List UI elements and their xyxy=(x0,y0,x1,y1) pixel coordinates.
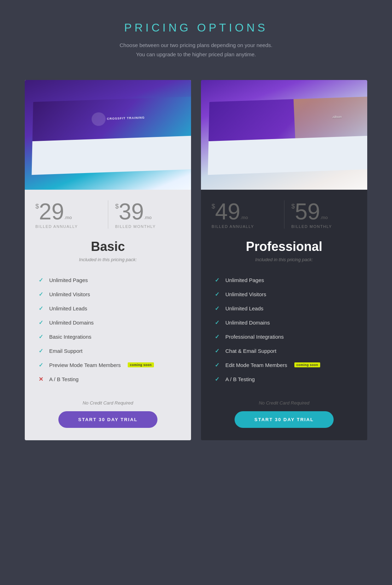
basic-plan-name: Basic xyxy=(35,239,180,254)
check-icon: ✓ xyxy=(37,361,44,368)
basic-no-credit-card: No Credit Card Required xyxy=(35,400,180,406)
basic-plan-includes: Included in this pricing pack: xyxy=(35,257,180,262)
pro-price-monthly: $ 59 .mo BILLED MONTHLY xyxy=(284,200,357,229)
pro-monthly-billing: BILLED MONTHLY xyxy=(292,224,357,229)
check-icon: ✓ xyxy=(37,305,44,312)
basic-annual-period: .mo xyxy=(64,215,72,220)
page-subtitle: Choose between our two pricing plans dep… xyxy=(120,41,272,59)
check-icon: ✓ xyxy=(213,375,220,383)
basic-monthly-currency: $ xyxy=(115,203,119,210)
basic-monthly-price: 39 xyxy=(119,200,144,223)
page-title: PRICING OPTIONS xyxy=(120,21,272,34)
check-icon: ✓ xyxy=(213,305,220,312)
pro-annual-price: 49 xyxy=(215,200,240,223)
basic-trial-button[interactable]: START 30 DAY TRIAL xyxy=(58,411,157,428)
coming-soon-badge: coming soon xyxy=(294,362,321,367)
list-item: ✓ Unlimited Domains xyxy=(213,315,355,329)
coming-soon-badge: coming soon xyxy=(128,362,154,367)
check-icon: ✓ xyxy=(37,333,44,340)
basic-price-annual: $ 29 .mo BILLED ANNUALLY xyxy=(35,200,108,229)
basic-cta-section: No Credit Card Required START 30 DAY TRI… xyxy=(25,393,191,440)
pro-annual-currency: $ xyxy=(212,203,215,210)
check-icon: ✓ xyxy=(213,361,220,368)
page-header: PRICING OPTIONS Choose between our two p… xyxy=(120,21,272,59)
pro-cta-section: No Credit Card Required START 30 DAY TRI… xyxy=(201,393,367,440)
check-icon: ✓ xyxy=(37,347,44,354)
list-item: ✓ Unlimited Visitors xyxy=(213,287,355,301)
pro-trial-button[interactable]: START 30 DAY TRIAL xyxy=(235,411,334,428)
pro-pricing-section: $ 49 .mo BILLED ANNUALLY $ 59 .mo BILLED… xyxy=(201,190,367,236)
list-item: ✓ Professional Integrations xyxy=(213,329,355,344)
list-item: ✓ Preview Mode Team Members coming soon xyxy=(37,358,179,372)
feature-label: Chat & Email Support xyxy=(225,348,276,354)
check-icon: ✓ xyxy=(37,319,44,326)
basic-monthly-period: .mo xyxy=(144,215,152,220)
basic-annual-price: 29 xyxy=(39,200,64,223)
pro-no-credit-card: No Credit Card Required xyxy=(212,400,357,406)
check-icon: ✓ xyxy=(213,333,220,340)
basic-annual-billing: BILLED ANNUALLY xyxy=(35,224,101,229)
feature-label: A / B Testing xyxy=(49,376,79,382)
check-icon: ✓ xyxy=(37,291,44,298)
basic-plan-name-section: Basic Included in this pricing pack: xyxy=(25,236,191,269)
feature-label: Preview Mode Team Members xyxy=(49,362,121,368)
check-icon: ✓ xyxy=(213,276,220,283)
pro-plan-image: Allison xyxy=(201,80,367,190)
pro-price-annual: $ 49 .mo BILLED ANNUALLY xyxy=(212,200,284,229)
pro-annual-period: .mo xyxy=(240,215,248,220)
pro-plan-name-section: Professional Included in this pricing pa… xyxy=(201,236,367,269)
basic-price-monthly: $ 39 .mo BILLED MONTHLY xyxy=(108,200,181,229)
feature-label: Basic Integrations xyxy=(49,334,91,340)
pro-monthly-price: 59 xyxy=(295,200,320,223)
feature-label: Edit Mode Team Members xyxy=(225,362,287,368)
feature-label: Unlimited Pages xyxy=(225,277,264,283)
list-item: ✓ Unlimited Pages xyxy=(213,273,355,287)
feature-label: A / B Testing xyxy=(225,376,255,382)
list-item: ✓ Chat & Email Support xyxy=(213,344,355,358)
list-item: ✓ A / B Testing xyxy=(213,372,355,386)
feature-label: Professional Integrations xyxy=(225,334,284,340)
pricing-cards: CROSSFIT TRAINING $ 29 .mo BILLED ANNUAL… xyxy=(10,80,382,440)
pro-plan-name: Professional xyxy=(212,239,357,254)
pro-monthly-currency: $ xyxy=(292,203,295,210)
feature-label: Unlimited Leads xyxy=(49,305,87,311)
feature-label: Unlimited Visitors xyxy=(225,291,266,297)
pro-annual-billing: BILLED ANNUALLY xyxy=(212,224,277,229)
feature-label: Email Support xyxy=(49,348,82,354)
list-item: ✓ Basic Integrations xyxy=(37,329,179,344)
feature-label: Unlimited Domains xyxy=(49,320,94,326)
check-icon: ✓ xyxy=(213,291,220,298)
basic-annual-currency: $ xyxy=(35,203,39,210)
feature-label: Unlimited Domains xyxy=(225,320,270,326)
list-item: ✓ Edit Mode Team Members coming soon xyxy=(213,358,355,372)
list-item: ✓ Unlimited Leads xyxy=(37,301,179,315)
pro-features-list: ✓ Unlimited Pages ✓ Unlimited Visitors ✓… xyxy=(201,269,367,393)
feature-label: Unlimited Leads xyxy=(225,305,264,311)
list-item: ✓ Email Support xyxy=(37,344,179,358)
check-icon: ✓ xyxy=(213,319,220,326)
list-item: ✓ Unlimited Pages xyxy=(37,273,179,287)
cross-icon: ✕ xyxy=(37,375,44,383)
list-item: ✕ A / B Testing xyxy=(37,372,179,386)
basic-screenshot-bg: CROSSFIT TRAINING xyxy=(25,80,191,190)
basic-features-list: ✓ Unlimited Pages ✓ Unlimited Visitors ✓… xyxy=(25,269,191,393)
pro-monthly-period: .mo xyxy=(320,215,328,220)
basic-plan-image: CROSSFIT TRAINING xyxy=(25,80,191,190)
list-item: ✓ Unlimited Domains xyxy=(37,315,179,329)
check-icon: ✓ xyxy=(37,276,44,283)
basic-pricing-section: $ 29 .mo BILLED ANNUALLY $ 39 .mo BILLED… xyxy=(25,190,191,236)
list-item: ✓ Unlimited Visitors xyxy=(37,287,179,301)
pro-plan-includes: Included in this pricing pack: xyxy=(212,257,357,262)
professional-plan-card: Allison $ 49 .mo BILLED ANNUALLY $ xyxy=(201,80,367,440)
feature-label: Unlimited Visitors xyxy=(49,291,90,297)
pro-screenshot-bg: Allison xyxy=(201,80,367,190)
basic-plan-card: CROSSFIT TRAINING $ 29 .mo BILLED ANNUAL… xyxy=(25,80,191,440)
basic-monthly-billing: BILLED MONTHLY xyxy=(115,224,181,229)
feature-label: Unlimited Pages xyxy=(49,277,88,283)
check-icon: ✓ xyxy=(213,347,220,354)
list-item: ✓ Unlimited Leads xyxy=(213,301,355,315)
